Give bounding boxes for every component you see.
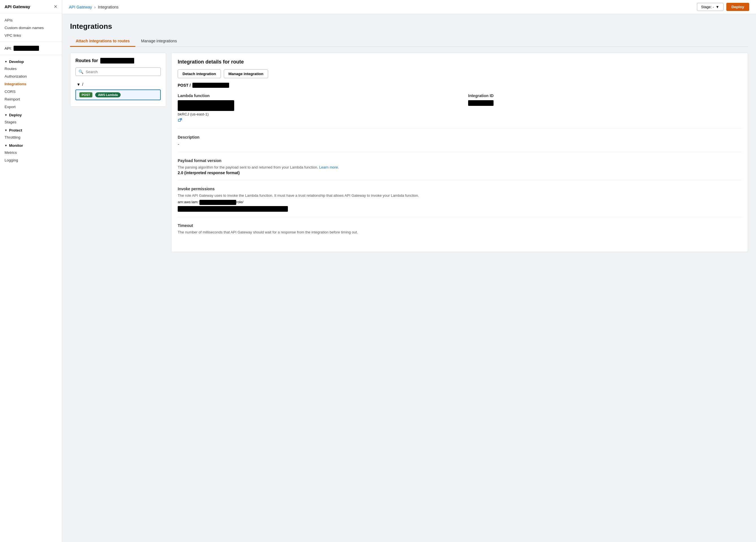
page-content: Integrations Attach integrations to rout… xyxy=(62,14,756,542)
description-section: Description - xyxy=(178,135,742,152)
routes-search-box[interactable]: 🔍 xyxy=(75,68,161,76)
stage-label: Stage: - xyxy=(701,5,714,9)
integration-details-panel: Integration details for route Detach int… xyxy=(171,53,748,252)
sidebar-item-logging[interactable]: Logging xyxy=(0,156,62,164)
arn-role-name-redacted xyxy=(178,206,288,212)
main-content: API Gateway › Integrations Stage: - ▼ De… xyxy=(62,0,756,542)
route-group-path: / xyxy=(82,82,83,87)
integration-id-field: Integration ID xyxy=(468,93,742,123)
monitor-chevron-icon: ▼ xyxy=(5,144,7,147)
route-method-badge: POST xyxy=(79,92,92,97)
sidebar-item-authorization[interactable]: Authorization xyxy=(0,73,62,80)
protect-label: Protect xyxy=(9,128,22,132)
payload-description: The parsing algorithm for the payload se… xyxy=(178,165,742,169)
route-group: ▼ / POST AWS Lambda xyxy=(75,81,161,100)
sidebar-item-routes[interactable]: Routes xyxy=(0,65,62,73)
sidebar-item-reimport[interactable]: Reimport xyxy=(0,95,62,103)
sidebar-api-redacted xyxy=(14,46,39,51)
sidebar-item-apis[interactable]: APIs xyxy=(0,16,62,24)
breadcrumb-integrations: Integrations xyxy=(98,5,118,9)
payload-learn-more-link[interactable]: Learn more. xyxy=(319,165,339,169)
arn-account-redacted xyxy=(199,200,236,205)
route-group-header[interactable]: ▼ / xyxy=(75,81,161,88)
sidebar-item-integrations[interactable]: Integrations xyxy=(0,80,62,88)
lambda-name-redacted xyxy=(178,100,234,111)
sidebar-item-cors[interactable]: CORS xyxy=(0,88,62,95)
detach-integration-button[interactable]: Detach integration xyxy=(178,69,221,78)
lambda-label: Lambda function xyxy=(178,93,451,98)
lambda-region: bkRCJ (us-east-1) xyxy=(178,112,451,116)
two-column-layout: Routes for 🔍 ▼ / POST AWS Lambda xyxy=(70,53,748,252)
route-row[interactable]: POST AWS Lambda xyxy=(75,90,161,100)
tab-attach-integrations[interactable]: Attach integrations to routes xyxy=(70,36,135,47)
lambda-external-link-icon[interactable] xyxy=(178,118,182,123)
topbar: API Gateway › Integrations Stage: - ▼ De… xyxy=(62,0,756,14)
route-path-redacted xyxy=(192,83,229,88)
tabs: Attach integrations to routes Manage int… xyxy=(70,36,748,47)
integration-id-label: Integration ID xyxy=(468,93,742,98)
sidebar-item-stages[interactable]: Stages xyxy=(0,118,62,126)
sidebar-item-custom-domain-names[interactable]: Custom domain names xyxy=(0,24,62,32)
sidebar-api-label-text: API: xyxy=(5,46,12,51)
protect-chevron-icon: ▼ xyxy=(5,129,7,132)
sidebar-item-export[interactable]: Export xyxy=(0,103,62,111)
lambda-function-field: Lambda function bkRCJ (us-east-1) xyxy=(178,93,451,123)
integration-actions: Detach integration Manage integration xyxy=(178,69,742,78)
deploy-button[interactable]: Deploy xyxy=(726,3,749,11)
arn-block: arn:aws:iam::role/ xyxy=(178,200,742,212)
timeout-description: The number of milliseconds that API Gate… xyxy=(178,230,742,234)
invoke-permissions-section: Invoke permissions The role API Gateway … xyxy=(178,187,742,217)
topbar-actions: Stage: - ▼ Deploy xyxy=(697,3,749,11)
payload-section: Payload format version The parsing algor… xyxy=(178,158,742,180)
payload-desc-text: The parsing algorithm for the payload se… xyxy=(178,165,318,169)
sidebar-section-monitor[interactable]: ▼ Monitor xyxy=(0,141,62,149)
develop-label: Develop xyxy=(9,60,24,64)
monitor-label: Monitor xyxy=(9,143,23,148)
timeout-label: Timeout xyxy=(178,223,742,228)
routes-search-input[interactable] xyxy=(86,70,158,74)
sidebar-header: API Gateway ✕ xyxy=(0,0,62,14)
invoke-description: The role API Gateway uses to invoke the … xyxy=(178,193,742,198)
description-label: Description xyxy=(178,135,742,140)
breadcrumb-api-gateway[interactable]: API Gateway xyxy=(69,5,92,9)
sidebar-item-vpc-links[interactable]: VPC links xyxy=(0,32,62,39)
integration-id-redacted xyxy=(468,100,494,106)
routes-title-text: Routes for xyxy=(75,58,98,63)
description-value: - xyxy=(178,142,742,147)
timeout-section: Timeout The number of milliseconds that … xyxy=(178,223,742,240)
breadcrumb: API Gateway › Integrations xyxy=(69,5,119,9)
breadcrumb-separator: › xyxy=(94,5,96,9)
route-path-method: POST / xyxy=(178,83,191,88)
sidebar-item-throttling[interactable]: Throttling xyxy=(0,134,62,141)
sidebar-section-deploy[interactable]: ▼ Deploy xyxy=(0,111,62,118)
arn-prefix: arn:aws:iam:: xyxy=(178,200,199,204)
route-group-chevron-icon: ▼ xyxy=(77,82,81,87)
deploy-chevron-icon: ▼ xyxy=(5,114,7,117)
payload-version-value: 2.0 (interpreted response format) xyxy=(178,171,742,175)
routes-api-name-redacted xyxy=(100,58,134,64)
sidebar-close-button[interactable]: ✕ xyxy=(54,4,57,9)
routes-title: Routes for xyxy=(75,58,161,64)
sidebar-item-metrics[interactable]: Metrics xyxy=(0,149,62,156)
develop-chevron-icon: ▼ xyxy=(5,60,7,63)
sidebar-api-selector[interactable]: API: xyxy=(0,44,62,53)
payload-label: Payload format version xyxy=(178,158,742,163)
integration-panel-title: Integration details for route xyxy=(178,59,742,65)
route-path: POST / xyxy=(178,83,742,88)
search-icon: 🔍 xyxy=(79,69,83,74)
invoke-label: Invoke permissions xyxy=(178,187,742,191)
deploy-label: Deploy xyxy=(9,113,22,117)
arn-role-prefix: role/ xyxy=(236,200,243,204)
sidebar: API Gateway ✕ APIs Custom domain names V… xyxy=(0,0,62,542)
routes-panel: Routes for 🔍 ▼ / POST AWS Lambda xyxy=(70,53,166,107)
route-type-badge: AWS Lambda xyxy=(95,92,121,97)
sidebar-title: API Gateway xyxy=(5,4,30,9)
stage-selector-button[interactable]: Stage: - ▼ xyxy=(697,3,724,11)
stage-chevron-icon: ▼ xyxy=(716,5,719,9)
sidebar-section-develop[interactable]: ▼ Develop xyxy=(0,57,62,65)
sidebar-section-protect[interactable]: ▼ Protect xyxy=(0,126,62,134)
page-title: Integrations xyxy=(70,22,748,31)
tab-manage-integrations[interactable]: Manage integrations xyxy=(135,36,183,47)
manage-integration-button[interactable]: Manage integration xyxy=(224,69,268,78)
svg-rect-0 xyxy=(178,119,181,121)
